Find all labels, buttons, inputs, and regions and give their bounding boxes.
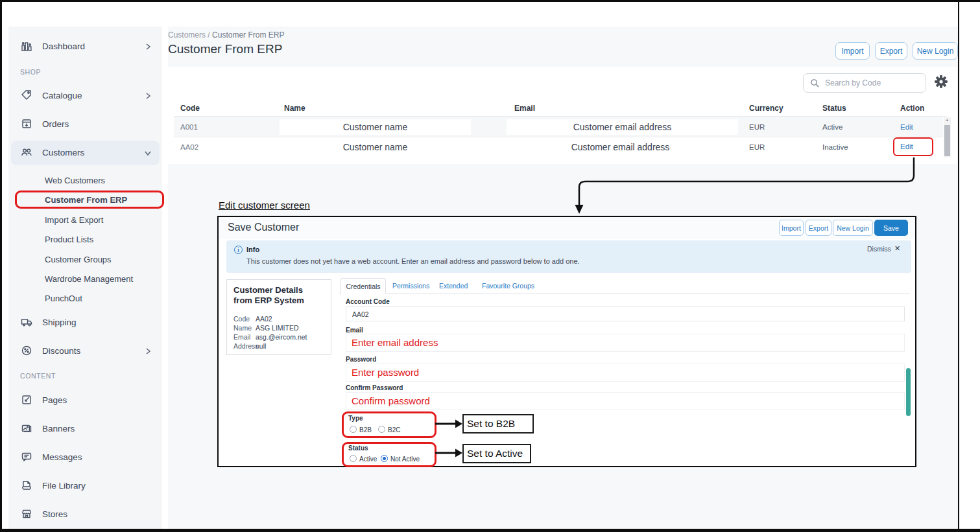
sidebar-item-product-lists[interactable]: Product Lists: [45, 235, 93, 244]
stores-icon: [20, 507, 33, 520]
row-currency: EUR: [749, 143, 765, 151]
orders-icon: [20, 117, 33, 130]
sidebar-item-orders[interactable]: Orders: [8, 115, 162, 134]
info-banner-title: Info: [246, 246, 259, 253]
panel-export-button[interactable]: Export: [806, 220, 831, 236]
dashboard-icon: [20, 40, 33, 52]
sidebar-item-banners[interactable]: Banners: [8, 419, 162, 439]
import-button[interactable]: Import: [835, 42, 870, 60]
info-banner: i Info This customer does not yet have a…: [226, 240, 911, 273]
account-code-field-wrapper: [346, 306, 905, 321]
app-window: Dashboard SHOP Catalogue Orders: [0, 0, 980, 532]
edit-link[interactable]: Edit: [900, 123, 913, 131]
sidebar-item-shipping[interactable]: Shipping: [8, 313, 162, 332]
column-header-name: Name: [284, 104, 305, 113]
sidebar-item-label: Banners: [42, 424, 75, 434]
account-code-label: Account Code: [346, 298, 390, 305]
detail-label: Code: [233, 315, 250, 323]
dismiss-button[interactable]: Dismiss: [867, 245, 891, 253]
sidebar-item-dashboard[interactable]: Dashboard: [8, 37, 162, 56]
sidebar-item-discounts[interactable]: Discounts: [8, 341, 162, 361]
callout-set-to-active: Set to Active: [462, 444, 531, 463]
detail-label: Email: [233, 333, 250, 341]
tab-credentials[interactable]: Credentials: [341, 278, 386, 294]
sidebar-item-label: Customers: [42, 148, 84, 157]
row-code: A001: [180, 123, 198, 131]
sidebar-item-web-customers[interactable]: Web Customers: [45, 176, 105, 185]
sidebar-item-label: Discounts: [42, 346, 80, 356]
row-email: Customer email address: [505, 142, 736, 152]
edit-customer-panel: Save Customer Import Export New Login Sa…: [217, 216, 916, 467]
frame-right-border: [958, 2, 959, 529]
close-icon[interactable]: ✕: [894, 244, 900, 253]
password-field[interactable]: Enter password: [346, 364, 905, 382]
highlight-status-group: [342, 442, 436, 467]
highlight-edit-action: [893, 137, 933, 156]
discounts-icon: [20, 344, 33, 357]
column-header-action: Action: [900, 104, 924, 113]
callout-set-to-b2b: Set to B2B: [462, 414, 534, 434]
detail-value: null: [256, 342, 266, 350]
chevron-right-icon: [144, 92, 152, 100]
gear-icon[interactable]: [934, 75, 948, 89]
column-header-status: Status: [822, 104, 846, 113]
messages-icon: [20, 450, 33, 463]
sidebar-item-stores[interactable]: Stores: [8, 505, 162, 524]
detail-label: Address: [233, 342, 259, 350]
highlight-customer-from-erp: [15, 191, 164, 209]
account-code-field[interactable]: [346, 307, 910, 321]
panel-scrollbar-thumb[interactable]: [906, 368, 911, 416]
breadcrumb-current: Customer From ERP: [212, 30, 284, 40]
sidebar-item-punchout[interactable]: PunchOut: [45, 294, 82, 303]
breadcrumb-root[interactable]: Customers: [168, 30, 206, 40]
tab-permissions[interactable]: Permissions: [392, 282, 429, 290]
export-button[interactable]: Export: [875, 42, 907, 60]
chevron-down-icon: [144, 149, 152, 157]
email-label: Email: [346, 327, 363, 334]
search-input[interactable]: [824, 78, 917, 88]
banners-icon: [20, 422, 33, 435]
scroll-up-icon[interactable]: ▲: [944, 118, 951, 122]
column-header-currency: Currency: [749, 104, 783, 113]
new-login-button[interactable]: New Login: [913, 42, 958, 60]
row-code: AA02: [180, 143, 198, 151]
sidebar-item-messages[interactable]: Messages: [8, 448, 162, 467]
customer-details-box: Customer Details from ERP System Code AA…: [226, 279, 331, 355]
confirm-password-label: Confirm Password: [346, 384, 403, 391]
page-title: Customer From ERP: [168, 42, 282, 56]
edit-screen-annotation-label: Edit customer screen: [219, 200, 310, 211]
panel-save-button[interactable]: Save: [874, 220, 908, 236]
detail-value: AA02: [256, 315, 272, 323]
row-email: Customer email address: [507, 122, 738, 132]
tab-favourite-groups[interactable]: Favourite Groups: [482, 282, 534, 290]
sidebar-item-label: Orders: [42, 119, 69, 129]
sidebar-item-catalogue[interactable]: Catalogue: [8, 86, 162, 106]
sidebar-item-label: Catalogue: [42, 91, 82, 100]
sidebar-section-shop: SHOP: [20, 68, 41, 76]
sidebar-item-import-export[interactable]: Import & Export: [45, 215, 103, 225]
breadcrumb-separator: /: [208, 30, 209, 40]
password-label: Password: [346, 356, 376, 363]
row-name: Customer name: [280, 142, 471, 152]
sidebar-item-customer-groups[interactable]: Customer Groups: [45, 255, 112, 264]
column-header-email: Email: [514, 104, 535, 113]
row-status: Active: [822, 123, 843, 131]
sidebar-item-pages[interactable]: Pages: [8, 391, 162, 410]
sidebar-item-customers[interactable]: Customers: [8, 143, 162, 163]
row-status: Inactive: [822, 143, 848, 151]
shipping-icon: [20, 316, 33, 329]
sidebar-item-file-library[interactable]: File Library: [8, 476, 162, 496]
panel-new-login-button[interactable]: New Login: [833, 220, 873, 236]
panel-import-button[interactable]: Import: [779, 220, 804, 236]
email-field[interactable]: Enter email address: [346, 334, 905, 352]
sidebar: Dashboard SHOP Catalogue Orders: [8, 27, 162, 529]
tab-extended[interactable]: Extended: [439, 282, 468, 290]
sidebar-item-wardrobe-management[interactable]: Wardrobe Management: [45, 274, 133, 284]
sidebar-item-label: Dashboard: [42, 41, 85, 51]
confirm-password-field[interactable]: Confirm password: [346, 392, 905, 410]
column-header-code: Code: [180, 104, 200, 113]
info-banner-message: This customer does not yet have a web ac…: [246, 257, 580, 265]
breadcrumb[interactable]: Customers / Customer From ERP: [168, 30, 284, 40]
chevron-right-icon: [144, 347, 152, 355]
table-scrollbar-thumb[interactable]: [944, 125, 950, 156]
